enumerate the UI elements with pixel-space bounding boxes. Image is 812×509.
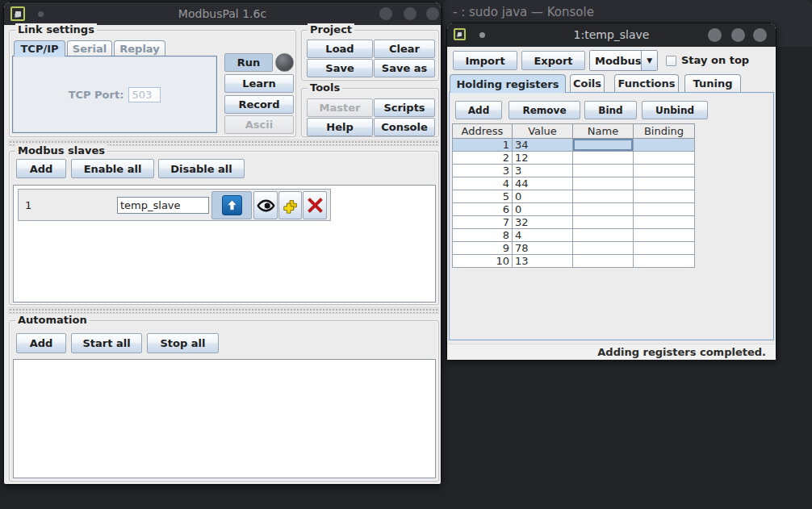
register-cell-name[interactable] [573, 242, 634, 255]
register-cell-name[interactable] [573, 216, 634, 229]
slave-name-input[interactable] [117, 197, 209, 214]
register-row[interactable]: 50 [453, 190, 695, 203]
register-row[interactable]: 732 [453, 216, 695, 229]
register-cell-value[interactable]: 44 [513, 177, 573, 190]
column-header-name[interactable]: Name [573, 124, 634, 139]
slave-duplicate-button[interactable] [278, 191, 302, 219]
tab-functions[interactable]: Functions [614, 74, 679, 92]
register-cell-address[interactable]: 9 [453, 242, 513, 255]
tab-coils[interactable]: Coils [570, 74, 605, 92]
splitpane-divider-bottom[interactable] [8, 307, 439, 314]
stop-all-button[interactable]: Stop all [147, 333, 219, 353]
column-header-address[interactable]: Address [453, 124, 513, 139]
register-cell-value[interactable]: 4 [513, 229, 573, 242]
register-cell-address[interactable]: 5 [453, 190, 513, 203]
automation-add-button[interactable]: Add [16, 333, 66, 353]
maximize-button[interactable] [404, 7, 416, 20]
register-row[interactable]: 1013 [453, 255, 695, 268]
register-row[interactable]: 444 [453, 177, 695, 190]
register-row[interactable]: 60 [453, 203, 695, 216]
register-cell-value[interactable]: 32 [513, 216, 573, 229]
register-cell-binding[interactable] [634, 203, 695, 216]
register-add-button[interactable]: Add [455, 101, 502, 119]
register-cell-binding[interactable] [634, 255, 695, 268]
run-button[interactable]: Run [224, 53, 273, 72]
register-cell-address[interactable]: 4 [453, 177, 513, 190]
register-unbind-button[interactable]: Unbind [642, 101, 708, 119]
start-all-button[interactable]: Start all [71, 333, 142, 353]
modbuspal-titlebar[interactable]: ModbusPal 1.6c [4, 2, 441, 25]
slave-row[interactable]: 1 [18, 189, 331, 221]
tab-serial[interactable]: Serial [67, 40, 112, 56]
register-cell-value[interactable]: 3 [513, 165, 573, 177]
register-cell-address[interactable]: 3 [453, 165, 513, 177]
tcp-port-input[interactable] [128, 87, 161, 102]
export-button[interactable]: Export [521, 51, 585, 70]
master-button[interactable]: Master [307, 98, 373, 117]
register-cell-address[interactable]: 8 [453, 229, 513, 242]
slave-delete-button[interactable] [303, 191, 327, 219]
register-cell-binding[interactable] [634, 152, 695, 165]
save-as-button[interactable]: Save as [374, 59, 435, 77]
tab-tuning[interactable]: Tuning [684, 74, 741, 92]
minimize-button[interactable] [379, 7, 392, 20]
register-cell-binding[interactable] [634, 177, 695, 190]
load-button[interactable]: Load [307, 40, 373, 58]
register-cell-name[interactable] [573, 255, 634, 268]
column-header-binding[interactable]: Binding [634, 124, 695, 139]
register-cell-binding[interactable] [634, 190, 695, 203]
enable-all-button[interactable]: Enable all [71, 159, 154, 178]
record-button[interactable]: Record [224, 95, 294, 114]
register-cell-value[interactable]: 34 [513, 139, 573, 152]
modbus-mode-combobox[interactable]: Modbus ▼ [589, 50, 658, 71]
minimize-button[interactable] [708, 28, 722, 42]
slave-view-button[interactable] [253, 191, 278, 219]
register-cell-value[interactable]: 0 [513, 190, 573, 203]
register-cell-value[interactable]: 12 [513, 152, 573, 165]
console-button[interactable]: Console [374, 118, 435, 136]
tab-replay[interactable]: Replay [114, 40, 165, 56]
register-cell-name[interactable] [573, 152, 634, 165]
register-cell-value[interactable]: 78 [513, 242, 573, 255]
register-cell-address[interactable]: 10 [453, 255, 513, 268]
register-cell-binding[interactable] [634, 229, 695, 242]
import-button[interactable]: Import [453, 51, 517, 70]
register-cell-name[interactable] [573, 139, 634, 152]
help-button[interactable]: Help [307, 118, 373, 136]
register-row[interactable]: 134 [453, 139, 695, 152]
stay-on-top-checkbox[interactable] [666, 56, 676, 66]
close-button[interactable] [753, 28, 767, 42]
close-button[interactable] [426, 7, 439, 20]
column-header-value[interactable]: Value [513, 124, 573, 139]
chevron-down-icon[interactable]: ▼ [641, 51, 657, 70]
register-bind-button[interactable]: Bind [584, 101, 637, 119]
ascii-button[interactable]: Ascii [224, 115, 294, 134]
tab-tcpip[interactable]: TCP/IP [14, 40, 65, 56]
register-cell-binding[interactable] [634, 216, 695, 229]
register-row[interactable]: 33 [453, 165, 695, 177]
save-button[interactable]: Save [307, 59, 373, 77]
tab-holding-registers[interactable]: Holding registers [450, 74, 566, 93]
register-cell-address[interactable]: 7 [453, 216, 513, 229]
register-cell-address[interactable]: 1 [453, 139, 513, 152]
clear-button[interactable]: Clear [374, 40, 435, 58]
register-row[interactable]: 978 [453, 242, 695, 255]
register-cell-name[interactable] [573, 177, 634, 190]
register-cell-binding[interactable] [634, 139, 695, 152]
register-cell-name[interactable] [573, 165, 634, 177]
register-cell-value[interactable]: 0 [513, 203, 573, 216]
slave-enable-toggle[interactable] [211, 191, 252, 219]
register-row[interactable]: 212 [453, 152, 695, 165]
register-cell-name[interactable] [573, 190, 634, 203]
register-row[interactable]: 84 [453, 229, 695, 242]
disable-all-button[interactable]: Disable all [158, 159, 245, 178]
learn-button[interactable]: Learn [224, 74, 294, 93]
register-cell-binding[interactable] [634, 242, 695, 255]
slave-add-button[interactable]: Add [16, 159, 66, 178]
register-cell-binding[interactable] [634, 165, 695, 177]
register-cell-address[interactable]: 6 [453, 203, 513, 216]
temp-slave-titlebar[interactable]: 1:temp_slave [447, 23, 776, 47]
register-cell-value[interactable]: 13 [513, 255, 573, 268]
scripts-button[interactable]: Scripts [374, 98, 435, 117]
register-cell-address[interactable]: 2 [453, 152, 513, 165]
